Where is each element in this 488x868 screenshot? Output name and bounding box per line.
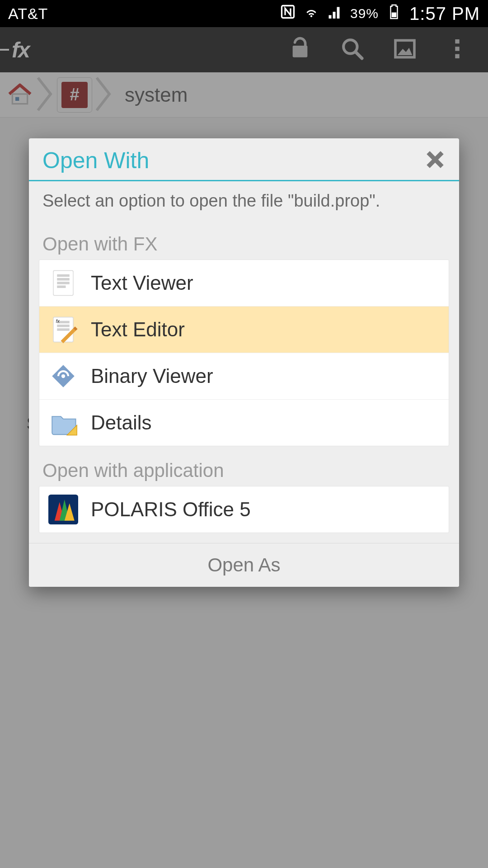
clock-label: 1:57 PM [409, 4, 480, 24]
section-label-app: Open with application [29, 451, 459, 486]
battery-icon [386, 4, 402, 24]
wifi-icon [303, 4, 319, 24]
dialog-subtitle: Select an option to open the file "build… [29, 181, 459, 224]
details-icon [47, 407, 79, 439]
text-viewer-icon [47, 267, 79, 299]
option-label: POLARIS Office 5 [91, 498, 251, 521]
status-bar: AT&T 39% 1:57 PM [0, 0, 488, 27]
option-polaris-office[interactable]: POLARIS Office 5 [39, 486, 449, 533]
section-label-fx: Open with FX [29, 224, 459, 259]
battery-percent: 39% [350, 6, 379, 21]
dialog-title: Open With [42, 147, 149, 174]
option-label: Text Editor [91, 318, 185, 341]
binary-viewer-icon [47, 360, 79, 392]
svg-rect-1 [392, 13, 397, 18]
text-editor-icon: fx [47, 314, 79, 345]
close-icon[interactable] [425, 149, 446, 172]
fx-option-list: Text Viewer fx Text Editor Binary Viewer… [39, 259, 449, 446]
app-option-list: POLARIS Office 5 [39, 486, 449, 533]
option-text-viewer[interactable]: Text Viewer [39, 260, 449, 307]
polaris-office-icon [47, 494, 79, 525]
option-text-editor[interactable]: fx Text Editor [39, 307, 449, 353]
option-binary-viewer[interactable]: Binary Viewer [39, 353, 449, 400]
carrier-label: AT&T [8, 5, 48, 23]
open-as-button[interactable]: Open As [29, 543, 459, 587]
option-label: Text Viewer [91, 272, 193, 294]
option-label: Details [91, 411, 152, 434]
signal-icon [327, 4, 343, 24]
open-with-dialog: Open With Select an option to open the f… [29, 138, 459, 587]
option-label: Binary Viewer [91, 365, 213, 387]
svg-point-24 [61, 374, 65, 378]
option-details[interactable]: Details [39, 400, 449, 446]
svg-text:fx: fx [56, 318, 60, 324]
nfc-icon [280, 4, 296, 24]
